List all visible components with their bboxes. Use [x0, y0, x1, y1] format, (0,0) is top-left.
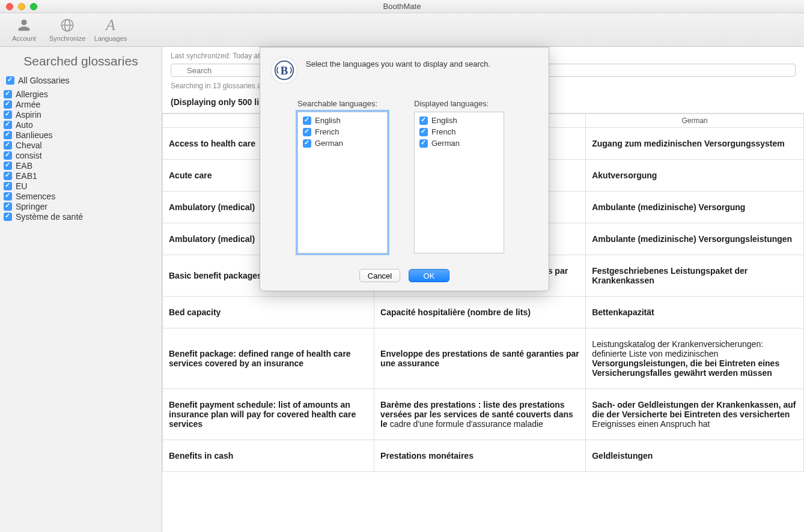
ok-button[interactable]: OK: [409, 269, 449, 282]
font-icon: A: [106, 16, 115, 35]
toolbar: Account Synchronize A Languages: [0, 13, 804, 47]
language-item[interactable]: French: [303, 127, 382, 136]
checkbox-icon[interactable]: [4, 100, 12, 109]
language-item[interactable]: German: [419, 139, 499, 148]
checkbox-icon[interactable]: [4, 90, 12, 98]
cell-fr: Prestations monétaires: [374, 440, 586, 472]
titlebar: BoothMate: [0, 0, 804, 13]
toolbar-languages-label: Languages: [94, 35, 127, 42]
glossary-list: AllergiesArméeAspirinAutoBanlieuesCheval…: [0, 89, 162, 222]
checkbox-icon[interactable]: [419, 128, 428, 136]
table-row[interactable]: Bed capacityCapacité hospitalière (nombr…: [163, 297, 804, 328]
dialog-title: Select the languages you want to display…: [306, 57, 490, 68]
sidebar-item[interactable]: Semences: [0, 191, 162, 201]
displayed-languages-list[interactable]: EnglishFrenchGerman: [414, 112, 504, 253]
checkbox-icon[interactable]: [419, 139, 428, 148]
cell-en: Bed capacity: [163, 297, 374, 328]
checkbox-icon[interactable]: [4, 121, 12, 129]
sidebar-item-label: EU: [16, 181, 27, 191]
sidebar-item-label: EAB: [16, 161, 32, 171]
person-icon: [16, 16, 32, 35]
sidebar-all-label: All Glossaries: [18, 76, 70, 85]
checkbox-icon[interactable]: [4, 162, 12, 170]
cell-en: Benefits in cash: [163, 440, 374, 472]
checkbox-icon[interactable]: [4, 131, 12, 139]
cancel-button[interactable]: Cancel: [359, 269, 400, 282]
sidebar-item[interactable]: Aspirin: [0, 109, 162, 119]
sidebar-item[interactable]: Cheval: [0, 140, 162, 150]
toolbar-synchronize[interactable]: Synchronize: [49, 16, 85, 42]
cell-de: Festgeschriebenes Leistungspaket der Kra…: [586, 255, 804, 297]
sidebar-item-label: consist: [16, 151, 42, 160]
cell-fr: Capacité hospitalière (nombre de lits): [374, 297, 586, 328]
sidebar: Searched glossaries All Glossaries Aller…: [0, 47, 162, 532]
checkbox-icon[interactable]: [4, 192, 12, 201]
table-row[interactable]: Benefit payment schedule: list of amount…: [163, 389, 804, 440]
displayed-languages-title: Displayed languages:: [414, 99, 504, 108]
svg-text:B: B: [281, 64, 288, 77]
language-item[interactable]: French: [419, 127, 499, 136]
sidebar-item-label: Allergies: [16, 89, 48, 99]
cell-fr: Enveloppe des prestations de santé garan…: [374, 328, 586, 389]
cell-de: Akutversorgung: [586, 160, 804, 192]
checkbox-icon[interactable]: [419, 116, 428, 125]
sidebar-item-label: Aspirin: [16, 110, 41, 119]
sidebar-item-label: Springer: [16, 202, 47, 211]
sidebar-item[interactable]: Armée: [0, 99, 162, 109]
sidebar-item[interactable]: Springer: [0, 201, 162, 211]
cell-en: Benefit package: defined range of health…: [163, 328, 374, 389]
language-label: German: [431, 139, 460, 148]
searchable-languages-list[interactable]: EnglishFrenchGerman: [297, 112, 388, 253]
language-label: German: [315, 139, 343, 148]
checkbox-icon[interactable]: [4, 182, 12, 190]
language-label: English: [431, 116, 457, 125]
sidebar-item[interactable]: Système de santé: [0, 211, 162, 222]
sidebar-item[interactable]: Banlieues: [0, 130, 162, 140]
cell-de: Bettenkapazität: [586, 297, 804, 328]
toolbar-account-label: Account: [12, 35, 36, 42]
languages-dialog: B Select the languages you want to displ…: [260, 47, 549, 291]
sidebar-item-label: Système de santé: [16, 212, 83, 222]
sidebar-all-glossaries[interactable]: All Glossaries: [0, 74, 162, 89]
checkbox-icon[interactable]: [303, 116, 311, 125]
sidebar-title: Searched glossaries: [0, 50, 162, 74]
sidebar-item[interactable]: consist: [0, 150, 162, 160]
cell-de: Sach- oder Geldleistungen der Krankenkas…: [586, 389, 804, 440]
sidebar-item[interactable]: EAB1: [0, 171, 162, 181]
globe-icon: [59, 16, 75, 35]
sidebar-item[interactable]: Allergies: [0, 89, 162, 99]
checkbox-icon[interactable]: [4, 141, 12, 150]
checkbox-icon[interactable]: [4, 151, 12, 160]
checkbox-icon[interactable]: [303, 139, 311, 148]
cell-de: Geldleistungen: [586, 440, 804, 472]
toolbar-account[interactable]: Account: [6, 16, 42, 42]
language-item[interactable]: English: [303, 116, 382, 125]
toolbar-languages[interactable]: A Languages: [93, 16, 129, 42]
checkbox-icon[interactable]: [4, 213, 12, 221]
sidebar-item-label: Cheval: [16, 141, 42, 150]
table-row[interactable]: Benefit package: defined range of health…: [163, 328, 804, 389]
sidebar-item-label: Semences: [16, 192, 55, 201]
checkbox-icon[interactable]: [4, 172, 12, 180]
language-item[interactable]: English: [419, 116, 499, 125]
language-item[interactable]: German: [303, 139, 382, 148]
window-title: BoothMate: [0, 2, 804, 11]
cell-de: Ambulante (medizinische) Versorgung: [586, 192, 804, 223]
checkbox-icon[interactable]: [4, 202, 12, 211]
checkbox-icon[interactable]: [6, 76, 14, 85]
app-icon: B: [271, 57, 297, 83]
col-header-de[interactable]: German: [586, 114, 804, 128]
checkbox-icon[interactable]: [4, 110, 12, 119]
sidebar-item[interactable]: EAB: [0, 160, 162, 171]
language-label: French: [431, 127, 455, 136]
cell-en: Benefit payment schedule: list of amount…: [163, 389, 374, 440]
cell-de: Zugang zum medizinischen Versorgungssyst…: [586, 128, 804, 160]
sidebar-item[interactable]: Auto: [0, 119, 162, 130]
sidebar-item-label: Armée: [16, 100, 40, 109]
language-label: English: [315, 116, 341, 125]
checkbox-icon[interactable]: [303, 128, 311, 136]
table-row[interactable]: Benefits in cashPrestations monétairesGe…: [163, 440, 804, 472]
searchable-languages-title: Searchable languages:: [297, 99, 388, 108]
cell-de: Ambulante (medizinische) Versorgungsleis…: [586, 223, 804, 255]
sidebar-item[interactable]: EU: [0, 181, 162, 191]
